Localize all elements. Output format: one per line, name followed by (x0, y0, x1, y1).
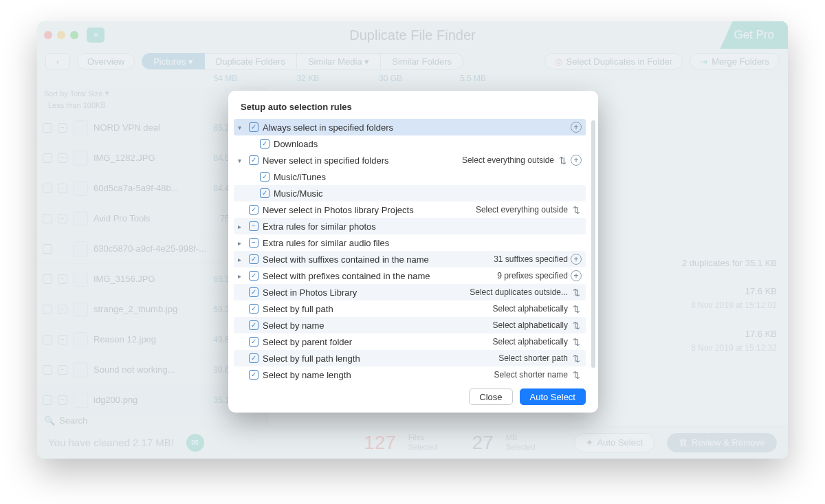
rule-row[interactable]: Music/Music (234, 185, 586, 201)
tab-duplicate-folders[interactable]: Duplicate Folders (205, 53, 297, 69)
collapse-icon[interactable]: − (58, 305, 67, 314)
back-button[interactable]: ‹ (45, 53, 70, 69)
updown-stepper-icon[interactable]: ⇅ (571, 205, 582, 215)
rule-value-label: Select alphabetically (493, 304, 568, 314)
rule-checkbox[interactable] (249, 238, 258, 248)
select-checkbox[interactable] (43, 153, 52, 163)
rule-checkbox[interactable] (249, 353, 258, 363)
add-icon[interactable]: + (571, 122, 582, 133)
rule-checkbox[interactable] (249, 287, 258, 297)
rule-label: Select by name (263, 320, 493, 331)
rule-row[interactable]: ▸Extra rules for similar audio files (234, 234, 586, 251)
rule-row[interactable]: Select by full pathSelect alphabetically… (234, 300, 586, 317)
add-icon[interactable]: + (571, 270, 582, 281)
updown-stepper-icon[interactable]: ⇅ (571, 370, 582, 380)
rule-value-label: Select alphabetically (493, 337, 568, 347)
merge-icon: ⇥ (700, 56, 707, 67)
disclosure-arrow-icon[interactable]: ▾ (234, 124, 245, 131)
add-icon[interactable]: + (571, 155, 582, 166)
trash-icon: 🗑 (679, 437, 688, 448)
select-checkbox[interactable] (43, 395, 52, 405)
rule-checkbox[interactable] (249, 155, 258, 165)
disclosure-arrow-icon[interactable]: ▸ (234, 239, 245, 247)
select-checkbox[interactable] (43, 123, 52, 133)
rule-label: Never select in specified folders (263, 155, 462, 166)
get-pro-button[interactable]: Get Pro (720, 21, 788, 49)
disclosure-arrow-icon[interactable]: ▸ (234, 256, 245, 263)
select-checkbox[interactable] (43, 244, 52, 254)
rule-checkbox[interactable] (260, 172, 270, 182)
rule-checkbox[interactable] (249, 304, 258, 314)
rule-checkbox[interactable] (249, 271, 258, 281)
auto-select-confirm-button[interactable]: Auto Select (520, 388, 586, 405)
select-checkbox[interactable] (43, 305, 52, 314)
rule-checkbox[interactable] (249, 205, 258, 215)
collapse-icon[interactable]: − (58, 214, 67, 223)
auto-select-button[interactable]: ✦Auto Select (574, 433, 655, 452)
rule-checkbox[interactable] (249, 122, 258, 132)
updown-stepper-icon[interactable]: ⇅ (571, 353, 582, 364)
rule-row[interactable]: Select by nameSelect alphabetically⇅ (234, 317, 586, 333)
rule-checkbox[interactable] (260, 188, 270, 198)
rule-row[interactable]: ▸Select with prefixes contained in the n… (234, 267, 586, 284)
rule-checkbox[interactable] (249, 221, 258, 231)
collapse-icon[interactable]: − (58, 274, 67, 284)
select-checkbox[interactable] (43, 184, 52, 193)
rule-row[interactable]: Select in Photos LibrarySelect duplicate… (234, 284, 586, 300)
rule-row[interactable]: ▾Always select in specified folders+ (234, 119, 586, 135)
updown-stepper-icon[interactable]: ⇅ (571, 287, 582, 298)
rule-row[interactable]: Never select in Photos library ProjectsS… (234, 201, 586, 218)
overview-button[interactable]: Overview (77, 53, 135, 69)
feedback-button[interactable]: ✉ (186, 434, 204, 452)
rule-row[interactable]: Select by parent folderSelect alphabetic… (234, 333, 586, 350)
review-remove-button[interactable]: 🗑Review & Remove (667, 433, 777, 452)
tab-similar-folders[interactable]: Similar Folders (381, 53, 463, 69)
updown-stepper-icon[interactable]: ⇅ (571, 337, 582, 347)
select-checkbox[interactable] (43, 214, 52, 223)
file-name-label: 630c5870-a9cf-4e25-998f-... (94, 243, 221, 254)
tab-similar-media[interactable]: Similar Media ▾ (297, 53, 381, 69)
select-duplicates-button[interactable]: ◎ Select Duplicates in Folder (544, 53, 683, 69)
rule-row[interactable]: ▸Select with suffixes contained in the n… (234, 251, 586, 267)
select-checkbox[interactable] (43, 365, 52, 375)
collapse-icon[interactable]: − (58, 365, 67, 375)
select-checkbox[interactable] (43, 335, 52, 344)
rule-row[interactable]: Music/iTunes (234, 168, 586, 185)
merge-folders-button[interactable]: ⇥ Merge Folders (690, 53, 780, 69)
collapse-icon[interactable]: − (58, 184, 67, 193)
file-thumbnail-icon (73, 272, 88, 287)
add-icon[interactable]: + (571, 254, 582, 265)
rule-row[interactable]: ▾Never select in specified foldersSelect… (234, 152, 586, 168)
disclosure-arrow-icon[interactable]: ▾ (234, 157, 245, 164)
search-input[interactable] (59, 415, 261, 426)
updown-stepper-icon[interactable]: ⇅ (571, 304, 582, 314)
disclosure-arrow-icon[interactable]: ▸ (234, 272, 245, 280)
rule-value-label: 9 prefixes specified (497, 271, 568, 281)
disclosure-arrow-icon[interactable]: ▸ (234, 223, 245, 230)
select-checkbox[interactable] (43, 274, 52, 284)
rule-label: Never select in Photos library Projects (263, 205, 476, 215)
tab-pictures[interactable]: Pictures ▾ (142, 53, 205, 69)
rule-row[interactable]: Select by name lengthSelect shorter name… (234, 366, 586, 381)
size-filter-chip[interactable]: Less than 100KB (43, 100, 111, 111)
collapse-icon[interactable]: − (58, 335, 67, 344)
collapse-icon[interactable]: − (58, 123, 67, 133)
updown-stepper-icon[interactable]: ⇅ (557, 155, 568, 166)
rule-checkbox[interactable] (260, 139, 270, 149)
close-button[interactable]: Close (469, 388, 512, 405)
rule-row[interactable]: ▸Extra rules for similar photos (234, 218, 586, 234)
rule-label: Select by full path (263, 304, 493, 314)
rule-checkbox[interactable] (249, 254, 258, 264)
scrollbar[interactable] (591, 120, 595, 368)
rule-checkbox[interactable] (249, 337, 258, 347)
rule-label: Select in Photos Library (263, 287, 470, 298)
rule-checkbox[interactable] (249, 370, 258, 380)
rule-label: Extra rules for similar audio files (263, 238, 582, 248)
file-thumbnail-icon (73, 332, 88, 347)
rule-checkbox[interactable] (249, 320, 258, 330)
rule-row[interactable]: Select by full path lengthSelect shorter… (234, 350, 586, 366)
updown-stepper-icon[interactable]: ⇅ (571, 320, 582, 331)
collapse-icon[interactable]: − (58, 395, 67, 405)
collapse-icon[interactable]: − (58, 153, 67, 163)
rule-row[interactable]: Downloads (234, 135, 586, 152)
